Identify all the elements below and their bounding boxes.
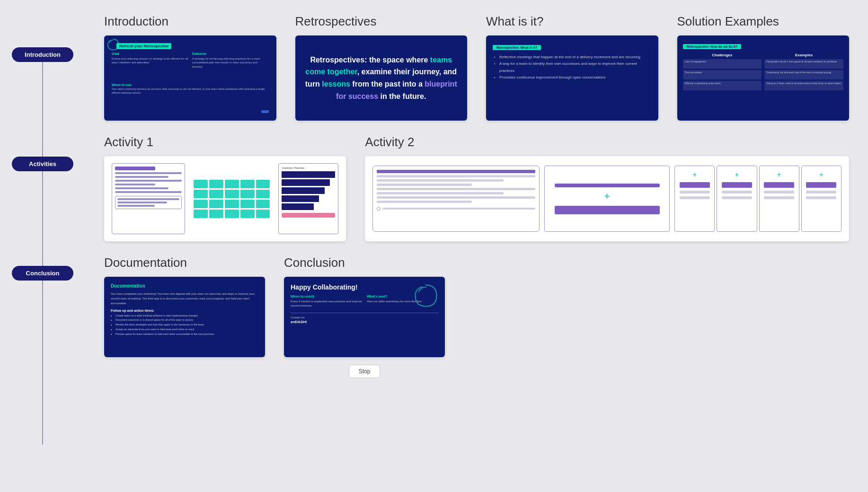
doc-tag: Documentation <box>111 283 258 289</box>
whatisit-section: What is it? Retrospective: What is it? R… <box>486 14 658 121</box>
doc-bullet-1: Create tasks on a work tracking software… <box>115 314 258 318</box>
solution-section: Solution Examples Retrospective: How do … <box>677 14 850 121</box>
intro-slide-card[interactable]: Refresh your Retrospective Goal Evolve y… <box>104 35 276 121</box>
retro-text: Retrospectives: the space where teams co… <box>305 54 458 102</box>
bullet-3: Promotes continuous improvement through … <box>499 74 652 81</box>
swirl-icon <box>106 37 120 52</box>
intro-btn <box>261 110 269 113</box>
example-row-1: Participation by all: a new space for al… <box>764 59 843 69</box>
act2-small-card-3: + <box>759 166 799 232</box>
bullet-1: Reflective meetings that happen at the e… <box>499 54 652 61</box>
activity2-slide-card[interactable]: + + + <box>365 156 849 241</box>
act2-purple-rect <box>555 206 660 214</box>
solution-section-title: Solution Examples <box>677 14 850 29</box>
stop-button[interactable]: Stop <box>349 365 381 378</box>
intro-tag: Refresh your Retrospective <box>116 43 171 49</box>
stop-button-container: Stop <box>284 365 445 378</box>
intro-section-title: Introduction <box>104 14 276 29</box>
doc-section-title: Documentation <box>104 255 265 270</box>
outcome-label: Outcome <box>192 52 269 55</box>
challenges-header: Challenges <box>683 53 762 57</box>
solution-table: Challenges Lack of engagement Time const… <box>683 53 844 90</box>
sidebar-item-activities[interactable]: Activities <box>12 157 73 171</box>
doc-bullet-5: Provide space for team members to hold e… <box>115 332 258 337</box>
conclusion-section-title: Conclusion <box>284 255 445 270</box>
challenges-col: Challenges Lack of engagement Time const… <box>683 53 762 90</box>
whatisit-section-title: What is it? <box>486 14 658 29</box>
bullet-2: A way for a team to identify their own s… <box>499 61 652 74</box>
doc-subtitle: Follow up and action items: <box>111 309 258 312</box>
plus-icon: + <box>604 191 610 202</box>
act2-small-card-4: + <box>801 166 841 232</box>
intro-section: Introduction Refresh your Retrospective <box>104 14 276 121</box>
challenge-row-3: Difficulty in prioritizing action items <box>683 81 762 90</box>
activity2-center-card: + <box>544 166 670 232</box>
activity1-section: Activity 1 <box>104 135 346 241</box>
activity1-grid-container <box>190 176 274 222</box>
activity2-cards-row: + + + <box>674 166 841 232</box>
activity2-card-left <box>372 166 540 232</box>
sidebar-item-introduction[interactable]: Introduction <box>12 47 73 62</box>
when-text: Your team's planning sessions do not hav… <box>112 88 269 95</box>
revisit-label: When to revisit <box>291 295 362 298</box>
sidebar: Introduction Activities Conclusion <box>0 0 85 492</box>
conclusion-section: Conclusion Happy Collaborating! When to … <box>284 255 445 378</box>
contact-area: Contact Us enDASH! <box>291 313 438 324</box>
challenge-rows: Lack of engagement Time constraints Diff… <box>683 59 762 90</box>
challenge-row-1: Lack of engagement <box>683 59 762 69</box>
whatisit-tag: Retrospective: What is it? <box>493 45 541 50</box>
solution-tag: Retrospective: How do we fix it? <box>683 44 742 49</box>
goal-text: Evolve your planning session or strategy… <box>112 57 188 65</box>
example-rows: Participation by all: a new space for al… <box>764 59 843 90</box>
revisit-col: When to revisit Every 3 months to implem… <box>291 295 362 308</box>
examples-col: Examples Participation by all: a new spa… <box>764 53 843 90</box>
activity1-slide-card[interactable]: Common Themes <box>104 156 346 241</box>
conclusion-slide-card[interactable]: Happy Collaborating! When to revisit Eve… <box>284 277 445 357</box>
main-content: Introduction Refresh your Retrospective <box>85 0 868 492</box>
examples-header: Examples <box>764 53 843 57</box>
doc-bullet-4: Assign an advocate from your team to hel… <box>115 327 258 332</box>
doc-bullets: Create tasks on a work tracking software… <box>111 314 258 337</box>
pink-bar <box>282 213 335 218</box>
sidebar-line <box>42 53 43 445</box>
activity1-title: Activity 1 <box>104 135 346 149</box>
conclusion-swirl-icon <box>412 281 440 310</box>
contact-name: enDASH! <box>291 320 438 324</box>
retro-section: Retrospectives Retrospectives: the space… <box>295 14 468 121</box>
retro-slide-card[interactable]: Retrospectives: the space where teams co… <box>295 35 468 121</box>
goal-label: Goal <box>112 52 188 55</box>
activity1-grid <box>192 178 272 220</box>
sidebar-item-conclusion[interactable]: Conclusion <box>12 266 73 281</box>
solution-slide-card[interactable]: Retrospective: How do we fix it? Challen… <box>677 35 850 121</box>
contact-label: Contact Us <box>291 316 438 319</box>
spacer <box>464 255 849 378</box>
doc-conclusion-row: Documentation Documentation You have com… <box>104 255 849 378</box>
activity2-left <box>372 166 540 232</box>
doc-slide-card[interactable]: Documentation You have completed your wo… <box>104 277 265 357</box>
activity2-section: Activity 2 <box>365 135 849 241</box>
challenge-row-2: Time constraints <box>683 70 762 79</box>
when-label: When to use <box>112 83 269 87</box>
example-row-3: Voting as a Team: vote on all action ite… <box>764 81 843 90</box>
activity2-title: Activity 2 <box>365 135 849 149</box>
activity1-themes: Common Themes <box>278 163 338 234</box>
act2-small-card-1: + <box>674 166 715 232</box>
doc-section: Documentation Documentation You have com… <box>104 255 265 378</box>
example-row-2: Timeboxing: the time each step of the re… <box>764 70 843 79</box>
doc-bullet-2: Document outcomes in a shared space for … <box>115 318 258 323</box>
revisit-text: Every 3 months to implement new practice… <box>291 299 362 308</box>
whatisit-bullets: Reflective meetings that happen at the e… <box>493 54 652 81</box>
activity1-panel1 <box>112 163 185 234</box>
doc-bullet-3: Review the team strategies and how they … <box>115 323 258 327</box>
outcome-text: A strategy for enhancing planning practi… <box>192 57 269 69</box>
act2-small-card-2: + <box>717 166 757 232</box>
doc-body: You have completed your workshop! You ha… <box>111 291 258 306</box>
retro-section-title: Retrospectives <box>295 14 468 29</box>
activities-row: Activity 1 <box>104 135 849 241</box>
whatisit-slide-card[interactable]: Retrospective: What is it? Reflective me… <box>486 35 658 121</box>
introduction-row: Introduction Refresh your Retrospective <box>104 14 849 121</box>
